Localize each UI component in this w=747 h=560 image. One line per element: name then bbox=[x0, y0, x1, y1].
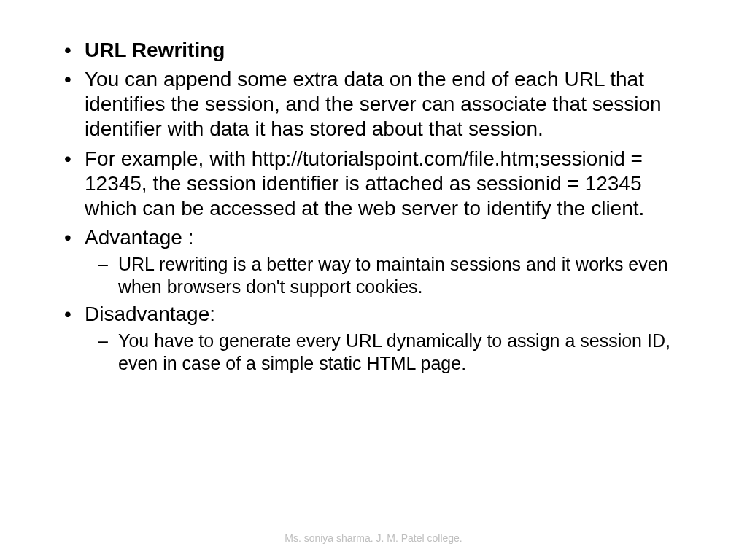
bullet-paragraph: You can append some extra data on the en… bbox=[51, 67, 696, 141]
bullet-disadvantage-label: Disadvantage: You have to generate every… bbox=[51, 302, 696, 374]
paragraph-text: For example, with http://tutorialspoint.… bbox=[85, 147, 644, 219]
disadvantage-text: You have to generate every URL dynamical… bbox=[118, 330, 670, 373]
disadvantage-label-text: Disadvantage: bbox=[85, 303, 215, 325]
sub-bullet-item: You have to generate every URL dynamical… bbox=[85, 330, 696, 374]
paragraph-text: You can append some extra data on the en… bbox=[85, 68, 662, 140]
slide-content: URL Rewriting You can append some extra … bbox=[0, 0, 747, 374]
advantage-label-text: Advantage : bbox=[85, 226, 193, 249]
sub-bullet-item: URL rewriting is a better way to maintai… bbox=[85, 253, 696, 298]
bullet-title: URL Rewriting bbox=[51, 38, 696, 63]
sub-bullet-list: URL rewriting is a better way to maintai… bbox=[85, 253, 696, 298]
sub-bullet-list: You have to generate every URL dynamical… bbox=[85, 330, 696, 374]
advantage-text: URL rewriting is a better way to maintai… bbox=[118, 254, 668, 297]
slide-footer: Ms. soniya sharma. J. M. Patel college. bbox=[0, 532, 747, 544]
bullet-list: URL Rewriting You can append some extra … bbox=[51, 38, 696, 374]
title-text: URL Rewriting bbox=[85, 39, 225, 61]
bullet-advantage-label: Advantage : URL rewriting is a better wa… bbox=[51, 225, 696, 298]
bullet-paragraph: For example, with http://tutorialspoint.… bbox=[51, 147, 696, 221]
footer-text: Ms. soniya sharma. J. M. Patel college. bbox=[285, 532, 462, 544]
